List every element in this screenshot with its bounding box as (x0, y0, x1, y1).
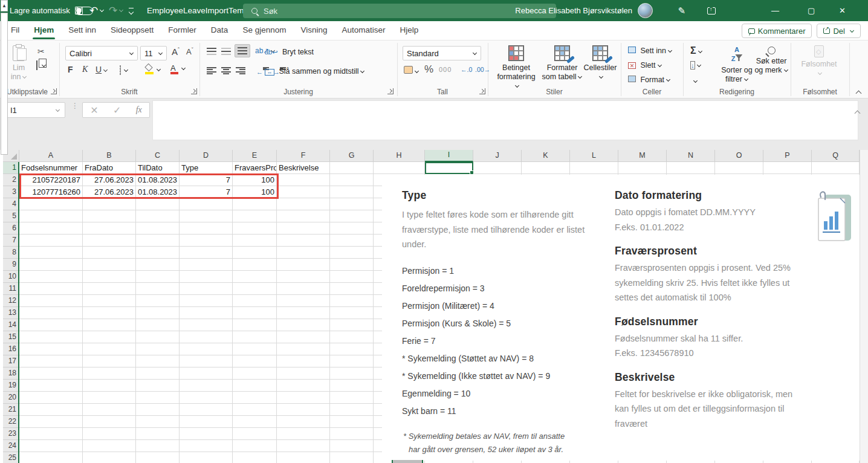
tab-se-gjennom[interactable]: Se gjennom (235, 21, 293, 40)
copy-button[interactable] (36, 61, 46, 70)
enter-entry-button[interactable]: ✓ (113, 105, 121, 116)
clear-button[interactable] (690, 77, 698, 85)
grid-cell-A8[interactable] (19, 247, 83, 259)
cut-button[interactable]: ✂ (37, 47, 45, 56)
grid-cell-C4[interactable] (136, 198, 180, 210)
grid-cell-G10[interactable] (330, 271, 374, 283)
grid-cell-B12[interactable] (83, 295, 136, 307)
grid-cell-G12[interactable] (330, 295, 374, 307)
borders-button[interactable] (120, 66, 128, 74)
delete-cells-button[interactable]: ✕ Slett (628, 61, 662, 70)
share-button[interactable]: Del (817, 24, 861, 38)
row-header-24[interactable]: 24 (3, 440, 19, 452)
number-dialog-launcher[interactable] (479, 88, 485, 94)
grid-cell-F13[interactable] (277, 307, 330, 319)
row-header-19[interactable]: 19 (3, 380, 19, 392)
grid-cell-B20[interactable] (83, 392, 136, 404)
grid-cell-B22[interactable] (83, 416, 136, 428)
row-header-22[interactable]: 22 (3, 416, 19, 428)
grid-cell-G3[interactable] (330, 186, 374, 198)
grid-cell-F7[interactable] (277, 235, 330, 247)
fill-color-button[interactable] (145, 65, 161, 74)
grid-cell-D10[interactable] (180, 271, 233, 283)
grid-cell-F14[interactable] (277, 319, 330, 331)
grid-cell-G20[interactable] (330, 392, 374, 404)
vertical-scroll-thumb[interactable] (1, 13, 8, 155)
grid-cell-C13[interactable] (136, 307, 180, 319)
tab-visning[interactable]: Visning (293, 21, 334, 40)
grid-cell-C19[interactable] (136, 380, 180, 392)
comma-style-button[interactable]: 000 (439, 66, 452, 73)
grid-cell-F19[interactable] (277, 380, 330, 392)
format-cells-button[interactable]: Format (628, 76, 670, 84)
column-header-A[interactable]: A (19, 150, 83, 162)
shrink-font-button[interactable]: Aˇ (186, 47, 193, 56)
grid-cell-G23[interactable] (330, 428, 374, 440)
grid-cell-B11[interactable] (83, 283, 136, 295)
grid-cell-C22[interactable] (136, 416, 180, 428)
undo-button[interactable]: ↶ (89, 0, 104, 21)
grid-cell-C8[interactable] (136, 247, 180, 259)
grid-cell-A12[interactable] (19, 295, 83, 307)
grid-cell-F21[interactable] (277, 404, 330, 416)
grid-cell-D13[interactable] (180, 307, 233, 319)
grid-cell-C17[interactable] (136, 355, 180, 367)
row-header-13[interactable]: 13 (3, 307, 19, 319)
grid-cell-E6[interactable] (233, 222, 277, 235)
grid-cell-G17[interactable] (330, 355, 374, 367)
grid-cell-B14[interactable] (83, 319, 136, 331)
grid-cell-G14[interactable] (330, 319, 374, 331)
grid-cell-A14[interactable] (19, 319, 83, 331)
grid-cell-E18[interactable] (233, 367, 277, 380)
decrease-decimal-button[interactable]: .00→ (475, 66, 490, 73)
info-panel-object[interactable]: Type I type feltet føres kode som er til… (382, 175, 860, 461)
name-box[interactable]: I1 (5, 102, 65, 118)
grid-cell-D25[interactable] (180, 452, 233, 463)
comments-button[interactable]: Kommentarer (742, 24, 812, 38)
grid-cell-A4[interactable] (19, 198, 83, 210)
grid-cell-A15[interactable] (19, 331, 83, 343)
grid-cell-A23[interactable] (19, 428, 83, 440)
grid-cell-E17[interactable] (233, 355, 277, 367)
grid-cell-C25[interactable] (136, 452, 180, 463)
save-button[interactable] (75, 0, 83, 21)
close-button[interactable]: ✕ (839, 0, 863, 21)
merge-center-button[interactable]: ↔ Slå sammen og midtstill (265, 67, 364, 76)
grid-cell-E15[interactable] (233, 331, 277, 343)
grid-cell-B9[interactable] (83, 259, 136, 271)
conditional-formatting-button[interactable]: Betingetformatering (494, 45, 538, 91)
grid-cell-C2[interactable]: 01.08.2023 (136, 174, 180, 186)
increase-decimal-button[interactable]: ←.0 (461, 66, 472, 73)
grid-cell-E25[interactable] (233, 452, 277, 463)
grid-cell-D1[interactable]: Type (180, 162, 233, 174)
grow-font-button[interactable]: Aˆ (172, 47, 180, 57)
grid-cell-B16[interactable] (83, 343, 136, 355)
grid-cell-G4[interactable] (330, 198, 374, 210)
grid-cell-B3[interactable]: 27.06.2023 (83, 186, 136, 198)
grid-cell-B7[interactable] (83, 235, 136, 247)
grid-cell-B6[interactable] (83, 222, 136, 235)
row-header-15[interactable]: 15 (3, 331, 19, 343)
find-select-button[interactable]: Søk etterog merk (754, 47, 788, 75)
grid-cell-B10[interactable] (83, 271, 136, 283)
grid-cell-E16[interactable] (233, 343, 277, 355)
column-header-P[interactable]: P (763, 150, 812, 162)
grid-cell-P1[interactable] (763, 162, 812, 174)
grid-cell-K1[interactable] (522, 162, 570, 174)
grid-cell-G13[interactable] (330, 307, 374, 319)
grid-cell-G21[interactable] (330, 404, 374, 416)
grid-cell-G16[interactable] (330, 343, 374, 355)
grid-cell-A19[interactable] (19, 380, 83, 392)
column-header-G[interactable]: G (330, 150, 374, 162)
grid-cell-B19[interactable] (83, 380, 136, 392)
grid-cell-D12[interactable] (180, 295, 233, 307)
tab-automatiser[interactable]: Automatiser (335, 21, 393, 40)
column-header-K[interactable]: K (522, 150, 570, 162)
number-format-select[interactable]: Standard (403, 46, 481, 60)
grid-cell-F6[interactable] (277, 222, 330, 235)
minimize-button[interactable]: — (771, 0, 795, 21)
cancel-entry-button[interactable]: ✕ (90, 105, 98, 116)
grid-cell-A3[interactable]: 12077716260 (19, 186, 83, 198)
align-middle-button[interactable] (221, 48, 231, 55)
grid-cell-B18[interactable] (83, 367, 136, 380)
